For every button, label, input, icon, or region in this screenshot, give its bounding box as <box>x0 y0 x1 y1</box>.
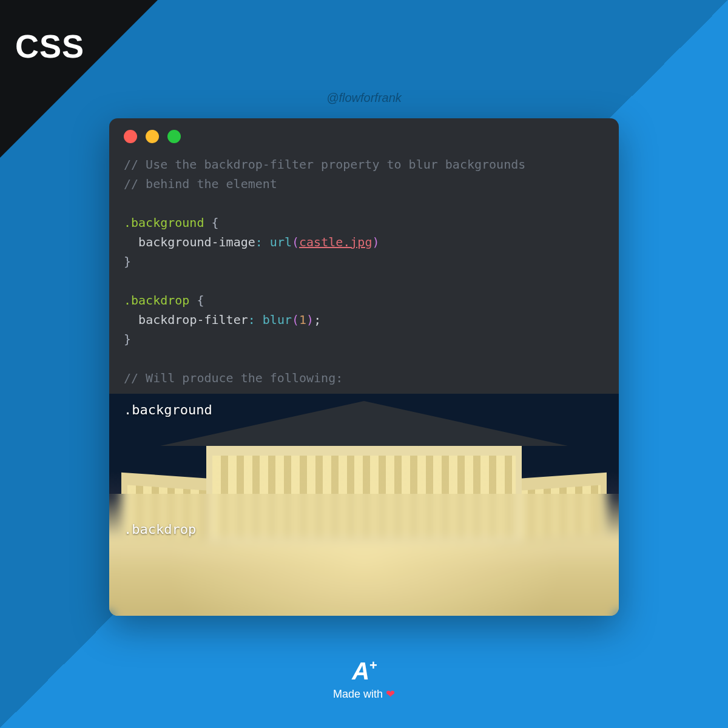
backdrop-overlay <box>109 494 619 616</box>
code-paren: ) <box>372 235 379 249</box>
code-brace: { <box>212 215 219 230</box>
code-function: url <box>270 235 292 249</box>
window-titlebar <box>109 118 619 155</box>
code-property: backdrop-filter <box>138 312 248 327</box>
code-number: 1 <box>299 312 306 327</box>
code-paren: ) <box>306 312 314 327</box>
code-semicolon: ; <box>314 312 321 327</box>
made-with-text: Made with ❤ <box>0 687 728 701</box>
code-colon: : <box>255 235 263 249</box>
code-brace: } <box>124 332 131 346</box>
code-selector: .backdrop <box>124 293 189 308</box>
code-comment: // Use the backdrop-filter property to b… <box>124 157 525 172</box>
code-brace: } <box>124 254 131 269</box>
corner-triangle <box>0 0 158 158</box>
code-property: background-image <box>138 235 255 249</box>
demo-label-background: .background <box>124 402 212 417</box>
code-selector: .background <box>124 215 204 230</box>
demo-output: .background .backdrop <box>109 394 619 616</box>
code-brace: { <box>197 293 204 308</box>
maximize-icon[interactable] <box>167 130 181 143</box>
corner-label: CSS <box>15 27 84 65</box>
code-url: castle.jpg <box>299 235 372 249</box>
logo: A+ <box>352 658 376 685</box>
code-comment: // behind the element <box>124 177 277 191</box>
code-paren: ( <box>292 235 299 249</box>
footer: A+ Made with ❤ <box>0 658 728 701</box>
code-block: // Use the backdrop-filter property to b… <box>109 155 619 394</box>
demo-label-backdrop: .backdrop <box>124 522 196 537</box>
code-function: blur <box>263 312 292 327</box>
heart-icon: ❤ <box>386 688 395 700</box>
code-window: // Use the backdrop-filter property to b… <box>109 118 619 616</box>
code-paren: ( <box>292 312 299 327</box>
code-colon: : <box>248 312 255 327</box>
code-comment: // Will produce the following: <box>124 371 343 385</box>
